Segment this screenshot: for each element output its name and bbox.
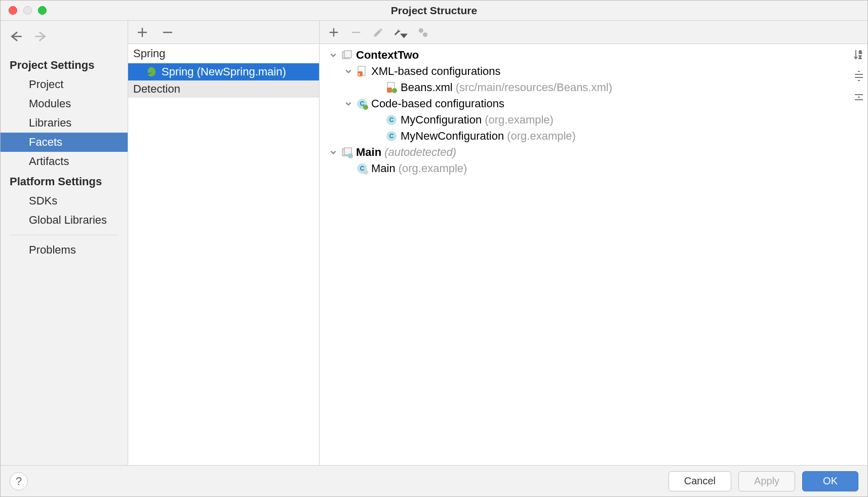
facet-toolbar — [128, 21, 319, 44]
java-class-icon: C — [385, 130, 398, 142]
tree-label: Main — [371, 162, 396, 175]
cancel-button[interactable]: Cancel — [668, 471, 731, 491]
remove-context-button[interactable] — [349, 25, 363, 39]
tree-package: (org.example) — [507, 130, 576, 143]
expand-all-icon[interactable] — [852, 69, 865, 82]
tree-node-mynewconfiguration[interactable]: C MyNewConfiguration (org.example) — [322, 128, 865, 144]
chevron-down-icon[interactable] — [344, 99, 353, 108]
main-area: Project Settings Project Modules Librari… — [1, 21, 867, 465]
minimize-window-button[interactable] — [23, 6, 32, 15]
tree-node-myconfiguration[interactable]: C MyConfiguration (org.example) — [322, 112, 865, 128]
tree-label: Main — [356, 146, 381, 159]
zoom-window-button[interactable] — [38, 6, 47, 15]
tree-label: Code-based configurations — [371, 97, 504, 110]
sidebar-item-libraries[interactable]: Libraries — [1, 113, 128, 133]
xml-file-icon — [385, 81, 398, 94]
ok-button[interactable]: OK — [802, 471, 858, 491]
svg-point-20 — [348, 153, 353, 158]
titlebar: Project Structure — [1, 1, 867, 21]
help-button[interactable]: ? — [10, 472, 28, 490]
tree-path: (src/main/resources/Beans.xml) — [456, 81, 612, 94]
context-stack-icon — [341, 49, 353, 61]
detail-side-tools: az — [852, 48, 865, 104]
tree-node-code-configurations[interactable]: C Code-based configurations — [322, 96, 865, 112]
facet-detail-panel: az ContextTwo XML-bas — [320, 21, 867, 465]
svg-point-13 — [363, 105, 368, 110]
tree-label: MyNewConfiguration — [401, 130, 504, 143]
chevron-down-icon[interactable] — [329, 148, 338, 157]
dialog-footer: ? Cancel Apply OK — [1, 465, 867, 496]
add-facet-button[interactable] — [135, 25, 149, 39]
svg-text:z: z — [859, 54, 861, 60]
sidebar-item-problems[interactable]: Problems — [1, 240, 128, 260]
context-stack-icon — [341, 146, 353, 158]
svg-rect-7 — [358, 71, 363, 76]
add-context-button[interactable] — [327, 25, 341, 39]
tree-node-beans-xml[interactable]: Beans.xml (src/main/resources/Beans.xml) — [322, 79, 865, 96]
facet-detection-label: Detection — [133, 82, 180, 96]
svg-rect-5 — [344, 51, 351, 58]
sidebar-item-project[interactable]: Project — [1, 75, 128, 94]
facet-list-panel: Spring Spring (NewSpring.main) Detection — [128, 21, 320, 465]
facet-group-detection[interactable]: Detection — [128, 80, 319, 98]
platform-settings-header: Platform Settings — [1, 171, 128, 191]
svg-text:C: C — [389, 116, 394, 123]
sort-alpha-icon[interactable]: az — [852, 48, 865, 61]
sidebar: Project Settings Project Modules Librari… — [1, 21, 128, 465]
edit-context-button[interactable] — [371, 25, 385, 39]
tree-label: XML-based configurations — [371, 65, 501, 78]
sidebar-item-artifacts[interactable]: Artifacts — [1, 152, 128, 171]
sidebar-item-global-libraries[interactable]: Global Libraries — [1, 211, 128, 230]
tree-label: MyConfiguration — [401, 113, 482, 127]
facet-group-spring[interactable]: Spring — [128, 44, 319, 63]
apply-button[interactable]: Apply — [738, 471, 795, 491]
collapse-all-icon[interactable] — [852, 91, 865, 104]
detail-toolbar — [320, 21, 867, 44]
context-tree: ContextTwo XML-based configurations Bean… — [320, 44, 867, 465]
tree-package: (org.example) — [399, 162, 467, 175]
sidebar-separator — [10, 235, 119, 235]
svg-text:C: C — [389, 133, 394, 140]
chevron-down-icon[interactable] — [329, 51, 338, 60]
java-class-icon: C — [385, 114, 398, 126]
tree-node-main-class[interactable]: C Main (org.example) — [322, 160, 865, 177]
xml-config-icon — [356, 65, 368, 77]
window-title: Project Structure — [391, 5, 477, 17]
tree-node-main-context[interactable]: Main (autodetected) — [322, 144, 865, 160]
spring-icon — [145, 66, 156, 77]
code-config-icon: C — [356, 98, 368, 110]
svg-point-1 — [423, 32, 427, 37]
tree-label: Beans.xml — [401, 81, 453, 94]
tree-node-xml-configurations[interactable]: XML-based configurations — [322, 63, 865, 79]
link-dependencies-button[interactable] — [416, 25, 430, 39]
tree-package: (org.example) — [485, 113, 554, 127]
project-settings-header: Project Settings — [1, 55, 128, 75]
svg-point-0 — [419, 28, 423, 32]
svg-rect-9 — [387, 88, 392, 93]
nav-arrows — [1, 25, 128, 55]
remove-facet-button[interactable] — [161, 25, 175, 39]
facet-item-label: Spring (NewSpring.main) — [162, 65, 286, 78]
wrench-settings-button[interactable] — [393, 25, 408, 39]
tree-label: ContextTwo — [356, 49, 419, 62]
svg-point-23 — [363, 170, 368, 175]
back-arrow-icon[interactable] — [10, 30, 23, 47]
tree-hint: (autodetected) — [384, 146, 456, 159]
sidebar-item-modules[interactable]: Modules — [1, 94, 128, 113]
forward-arrow-icon[interactable] — [34, 30, 47, 47]
svg-point-10 — [392, 88, 397, 93]
window-controls — [1, 6, 47, 15]
close-window-button[interactable] — [9, 6, 17, 15]
sidebar-item-facets[interactable]: Facets — [1, 133, 128, 152]
java-class-autodetected-icon: C — [356, 162, 368, 175]
facet-item-spring-newspring-main[interactable]: Spring (NewSpring.main) — [128, 63, 319, 80]
tree-node-contexttwo[interactable]: ContextTwo — [322, 47, 865, 63]
chevron-down-icon[interactable] — [344, 67, 353, 76]
sidebar-item-sdks[interactable]: SDKs — [1, 191, 128, 211]
